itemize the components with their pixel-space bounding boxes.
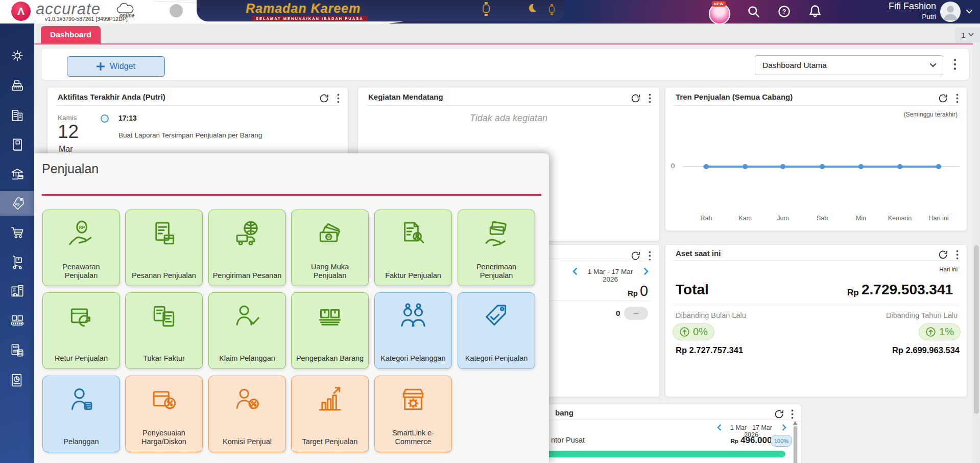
scroll-up-arrow-icon[interactable] [793, 421, 797, 425]
accurate-logo-mark: Λ [11, 2, 31, 21]
book-icon [9, 136, 26, 153]
svg-text:?: ? [782, 8, 786, 15]
tile-label: Pengepakan Barang [293, 331, 367, 368]
page-scrollbar-thumb[interactable] [974, 245, 979, 414]
card-scrollbar-thumb[interactable] [794, 426, 797, 463]
assets-total-value: 2.729.503.341 [862, 282, 953, 298]
chart-point[interactable] [780, 164, 785, 169]
promo-avatar[interactable]: NEW [708, 2, 729, 23]
popup-tile-tukar-faktur[interactable]: Tukar Faktur [125, 292, 203, 369]
toggle-dash [634, 313, 639, 314]
activity-entry[interactable]: Buat Laporan Tersimpan Penjualan per Bar… [118, 131, 262, 139]
receive-payment-icon [482, 219, 511, 248]
kebab-menu-icon[interactable] [956, 249, 959, 260]
popup-tile-smartlink-ecommerce[interactable]: SmartLink e-Commerce [374, 376, 452, 452]
down-payment-money-icon: RP [316, 219, 344, 248]
popup-tile-penerimaan-penjualan[interactable]: Penerimaan Penjualan [458, 210, 535, 286]
sales-target-chart-icon [316, 385, 344, 414]
svg-text:TAX: TAX [12, 345, 18, 349]
card-branch-title-fragment: bang [555, 408, 573, 417]
compare-month-pill: 0% [673, 323, 714, 340]
add-widget-button[interactable]: Widget [67, 56, 165, 77]
sidebar-item-journal[interactable] [0, 132, 34, 157]
chart-point[interactable] [820, 164, 825, 169]
popup-tile-klaim-pelanggan[interactable]: Klaim Pelanggan [208, 292, 286, 369]
popup-tile-target-penjualan[interactable]: Target Penjualan [291, 376, 369, 452]
chevron-left-icon[interactable] [572, 268, 577, 275]
sidebar-item-bank[interactable] [0, 162, 34, 187]
branch-percent-value: 100% [774, 438, 788, 444]
chart-point[interactable] [858, 164, 864, 169]
toolbar-kebab-icon[interactable] [953, 58, 957, 71]
tile-label: Pelanggan [60, 414, 102, 452]
user-name-block[interactable]: Fifi Fashion Putri [843, 1, 936, 22]
chart-point[interactable] [704, 164, 709, 169]
user-menu-chevron-icon[interactable] [965, 9, 973, 15]
activity-day: Kamis [58, 114, 77, 122]
kebab-menu-icon[interactable] [649, 250, 651, 261]
kebab-menu-icon[interactable] [956, 93, 959, 104]
page-indicator[interactable]: 1 [955, 27, 980, 42]
card-scrollbar-track[interactable] [793, 421, 798, 463]
chevron-right-icon[interactable] [644, 268, 649, 275]
company-buildings-icon [9, 107, 26, 124]
popup-tile-faktur-penjualan[interactable]: Faktur Penjualan [374, 210, 452, 286]
compare-month-label: Dibanding Bulan Lalu [676, 311, 746, 319]
card-upcoming-title: Kegiatan Mendatang [368, 92, 443, 101]
kebab-menu-icon[interactable] [337, 93, 340, 104]
search-icon[interactable] [747, 5, 760, 18]
popup-tile-uang-muka-penjualan[interactable]: RP Uang Muka Penjualan [291, 210, 369, 286]
sidebar-item-tax[interactable]: TAX [0, 338, 34, 363]
popup-tile-penawaran-penjualan[interactable]: RP Penawaran Penjualan [42, 210, 120, 286]
popup-tile-kategori-pelanggan[interactable]: Kategori Pelanggan [374, 292, 452, 369]
tile-label: Retur Penjualan [52, 331, 111, 368]
sidebar-item-manufacturing[interactable] [0, 309, 34, 333]
sidebar-item-settings[interactable] [0, 43, 34, 68]
popup-tile-penyesuaian-harga-diskon[interactable]: Penyesuaian Harga/Diskon [125, 376, 203, 452]
toggle-switch[interactable] [624, 307, 648, 320]
refresh-icon[interactable] [319, 93, 329, 104]
popup-tile-pengiriman-pesanan[interactable]: Pengiriman Pesanan [208, 210, 286, 286]
activity-month: Mar [59, 145, 73, 154]
page-scrollbar-track[interactable] [973, 43, 980, 463]
tile-label: Pesanan Penjualan [129, 248, 199, 286]
popup-tile-pengepakan-barang[interactable]: Pengepakan Barang [291, 292, 369, 369]
exchange-invoice-icon [150, 302, 178, 331]
user-avatar[interactable] [940, 2, 961, 22]
tile-label: Komisi Penjual [220, 414, 275, 452]
sidebar-item-cash-register[interactable] [0, 74, 34, 98]
kebab-menu-icon[interactable] [791, 409, 794, 420]
help-icon[interactable]: ? [777, 5, 791, 18]
kebab-menu-icon[interactable] [649, 93, 651, 104]
popup-title: Penjualan [42, 161, 99, 176]
sidebar-item-reports[interactable] [0, 368, 34, 392]
dashboard-select[interactable]: Dashboard Utama [755, 55, 943, 75]
tile-label: Penawaran Penjualan [43, 248, 119, 286]
popup-tile-komisi-penjual[interactable]: Komisi Penjual [208, 376, 286, 452]
refresh-icon[interactable] [630, 250, 641, 261]
sidebar-item-purchases[interactable] [0, 220, 34, 245]
sidebar-item-fixed-assets[interactable] [0, 279, 34, 304]
chevron-left-icon[interactable] [717, 424, 721, 431]
sidebar-item-inventory[interactable] [0, 250, 34, 274]
tile-label: Tukar Faktur [140, 331, 188, 368]
refresh-icon[interactable] [630, 93, 641, 104]
popup-tile-pelanggan[interactable]: Pelanggan [42, 376, 120, 452]
refresh-icon[interactable] [938, 93, 948, 104]
popup-tile-pesanan-penjualan[interactable]: Pesanan Penjualan [125, 210, 203, 286]
chevron-right-icon[interactable] [782, 424, 786, 431]
chart-point[interactable] [936, 164, 941, 169]
refresh-icon[interactable] [774, 409, 784, 420]
date-range[interactable]: 1 Mar - 17 Mar 2026 [580, 268, 641, 283]
sidebar-item-sales[interactable]: Rp [0, 191, 34, 216]
sidebar-item-company[interactable] [0, 103, 34, 128]
chevron-down-icon [968, 33, 974, 37]
popup-tile-retur-penjualan[interactable]: Retur Penjualan [42, 292, 120, 369]
chart-point[interactable] [743, 164, 748, 169]
arrow-up-circle-icon [925, 327, 936, 337]
tab-dashboard[interactable]: Dashboard [41, 26, 101, 43]
chart-point[interactable] [897, 164, 902, 169]
notifications-bell-icon[interactable] [808, 4, 822, 18]
popup-tile-kategori-penjualan[interactable]: Kategori Penjualan [458, 292, 535, 369]
refresh-icon[interactable] [938, 249, 948, 260]
